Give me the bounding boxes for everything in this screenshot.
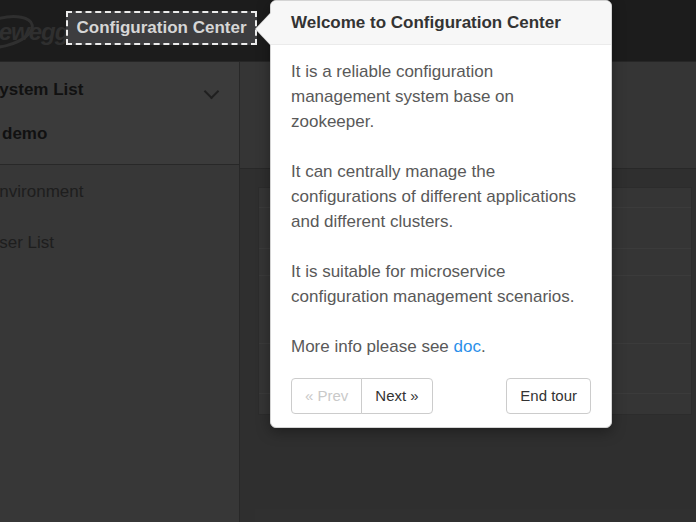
more-info-suffix: . <box>481 337 486 356</box>
doc-link[interactable]: doc <box>454 337 481 356</box>
popover-title: Welcome to Configuration Center <box>271 1 611 45</box>
prev-button[interactable]: « Prev <box>291 378 362 414</box>
end-tour-button[interactable]: End tour <box>506 378 591 414</box>
nav-configuration-center[interactable]: Configuration Center <box>66 11 257 45</box>
popover-arrow-icon <box>256 13 271 45</box>
tour-paragraph: It is a reliable configurationmanagement… <box>291 59 591 134</box>
tour-nav-button-group: « Prev Next » <box>291 378 433 414</box>
popover-footer: « Prev Next » End tour <box>271 359 611 430</box>
tour-popover: Welcome to Configuration Center It is a … <box>270 0 612 428</box>
more-info-prefix: More info please see <box>291 337 454 356</box>
app-screen: newegg System ListdemoEnvironmentUser Li… <box>0 0 696 522</box>
nav-configuration-center-label: Configuration Center <box>77 18 247 38</box>
popover-body: It is a reliable configurationmanagement… <box>271 45 611 359</box>
more-info-line: More info please see doc. <box>291 334 591 359</box>
tour-paragraph: It is suitable for microserviceconfigura… <box>291 259 591 309</box>
next-button[interactable]: Next » <box>361 378 432 414</box>
tour-paragraph: It can centrally manage theconfiguration… <box>291 159 591 234</box>
